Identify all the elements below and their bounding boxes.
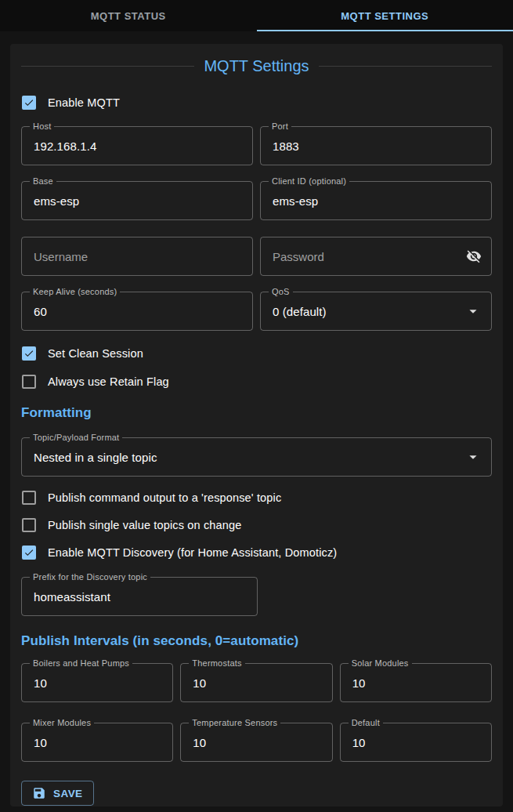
discovery-prefix-field-label: Prefix for the Discovery topic xyxy=(30,571,150,582)
interval-mixer-field[interactable]: Mixer Modules 10 xyxy=(21,723,173,762)
tab-mqtt-status-label: MQTT STATUS xyxy=(91,10,166,22)
topic-payload-format-select[interactable]: Topic/Payload Format Nested in a single … xyxy=(21,437,492,477)
formatting-heading: Formatting xyxy=(21,403,492,423)
interval-temperature-label: Temperature Sensors xyxy=(189,717,280,728)
page-title-divider: MQTT Settings xyxy=(21,55,492,77)
active-tab-indicator xyxy=(257,30,513,31)
interval-thermostats-label: Thermostats xyxy=(189,658,244,669)
checkbox-clean-session[interactable]: Set Clean Session xyxy=(21,346,492,361)
save-button[interactable]: SAVE xyxy=(21,781,94,806)
interval-temperature-field[interactable]: Temperature Sensors 10 xyxy=(180,723,332,762)
client-id-field-value: ems-esp xyxy=(261,194,318,208)
port-field-value: 1883 xyxy=(261,140,299,153)
publish-intervals-heading: Publish Intervals (in seconds, 0=automat… xyxy=(21,631,492,651)
topic-payload-format-label: Topic/Payload Format xyxy=(30,432,122,443)
password-field-placeholder: Password xyxy=(261,250,324,263)
qos-select-label: QoS xyxy=(269,286,293,297)
client-id-field-label: Client ID (optional) xyxy=(269,176,349,187)
interval-default-label: Default xyxy=(349,717,383,728)
interval-thermostats-value: 10 xyxy=(181,676,206,690)
discovery-prefix-field-value: homeassistant xyxy=(22,590,110,604)
checkbox-publish-response[interactable]: Publish command output to a 'response' t… xyxy=(21,490,492,506)
mqtt-settings-panel: MQTT Settings Enable MQTT Host 192.168.1… xyxy=(10,44,503,807)
checkbox-enable-mqtt[interactable]: Enable MQTT xyxy=(21,95,492,111)
checkbox-retain-flag[interactable]: Always use Retain Flag xyxy=(21,374,492,390)
interval-solar-label: Solar Modules xyxy=(349,658,412,669)
checkbox-icon xyxy=(22,96,36,110)
checkbox-icon xyxy=(22,375,36,389)
checkbox-icon xyxy=(22,546,36,560)
discovery-prefix-field[interactable]: Prefix for the Discovery topic homeassis… xyxy=(21,577,258,616)
checkbox-label: Enable MQTT xyxy=(48,96,120,109)
keep-alive-field-value: 60 xyxy=(22,305,47,318)
interval-mixer-value: 10 xyxy=(22,736,47,749)
toggle-password-visibility-button[interactable] xyxy=(466,248,482,264)
username-field[interactable]: Username xyxy=(21,237,253,276)
topic-payload-format-value: Nested in a single topic xyxy=(22,451,157,464)
checkbox-icon xyxy=(22,491,36,505)
visibility-off-icon xyxy=(466,248,482,264)
check-icon xyxy=(23,348,34,359)
interval-solar-field[interactable]: Solar Modules 10 xyxy=(340,663,492,702)
interval-mixer-label: Mixer Modules xyxy=(30,717,94,728)
tab-mqtt-status[interactable]: MQTT STATUS xyxy=(0,0,257,31)
checkbox-label: Set Clean Session xyxy=(48,347,143,360)
interval-temperature-value: 10 xyxy=(181,736,206,749)
interval-default-value: 10 xyxy=(341,736,366,749)
divider-line xyxy=(319,66,492,67)
interval-thermostats-field[interactable]: Thermostats 10 xyxy=(180,663,332,702)
save-icon xyxy=(32,786,46,800)
keep-alive-field-label: Keep Alive (seconds) xyxy=(30,286,120,297)
host-field-value: 192.168.1.4 xyxy=(22,140,96,153)
password-field[interactable]: Password xyxy=(260,237,492,276)
checkbox-label: Always use Retain Flag xyxy=(48,375,169,388)
tab-bar: MQTT STATUS MQTT SETTINGS xyxy=(0,0,513,31)
host-field-label: Host xyxy=(30,121,54,132)
page-title: MQTT Settings xyxy=(194,57,318,75)
port-field-label: Port xyxy=(269,121,291,132)
host-field[interactable]: Host 192.168.1.4 xyxy=(21,126,253,165)
dropdown-arrow-icon xyxy=(464,448,482,466)
checkbox-label: Enable MQTT Discovery (for Home Assistan… xyxy=(48,546,337,559)
checkbox-icon xyxy=(22,518,36,532)
checkbox-enable-discovery[interactable]: Enable MQTT Discovery (for Home Assistan… xyxy=(21,545,492,560)
tab-mqtt-settings[interactable]: MQTT SETTINGS xyxy=(257,0,513,31)
keep-alive-field[interactable]: Keep Alive (seconds) 60 xyxy=(21,292,253,331)
interval-default-field[interactable]: Default 10 xyxy=(340,723,492,762)
check-icon xyxy=(23,97,34,108)
client-id-field[interactable]: Client ID (optional) ems-esp xyxy=(260,181,492,220)
checkbox-label: Publish command output to a 'response' t… xyxy=(48,491,281,504)
qos-select-value: 0 (default) xyxy=(261,305,327,318)
qos-select[interactable]: QoS 0 (default) xyxy=(260,292,492,331)
dropdown-arrow-icon xyxy=(464,303,482,320)
username-field-placeholder: Username xyxy=(22,250,88,263)
base-field-value: ems-esp xyxy=(22,194,79,208)
checkbox-icon xyxy=(22,346,36,361)
interval-boilers-label: Boilers and Heat Pumps xyxy=(30,658,132,669)
check-icon xyxy=(23,547,34,558)
interval-boilers-value: 10 xyxy=(22,676,47,690)
divider-line xyxy=(21,66,194,67)
tab-mqtt-settings-label: MQTT SETTINGS xyxy=(341,10,428,22)
save-button-label: SAVE xyxy=(53,788,83,799)
base-field[interactable]: Base ems-esp xyxy=(21,181,253,220)
checkbox-label: Publish single value topics on change xyxy=(48,519,241,531)
port-field[interactable]: Port 1883 xyxy=(260,126,492,165)
base-field-label: Base xyxy=(30,176,56,187)
interval-boilers-field[interactable]: Boilers and Heat Pumps 10 xyxy=(21,663,173,702)
interval-solar-value: 10 xyxy=(341,676,366,690)
checkbox-publish-single-value[interactable]: Publish single value topics on change xyxy=(21,517,492,533)
